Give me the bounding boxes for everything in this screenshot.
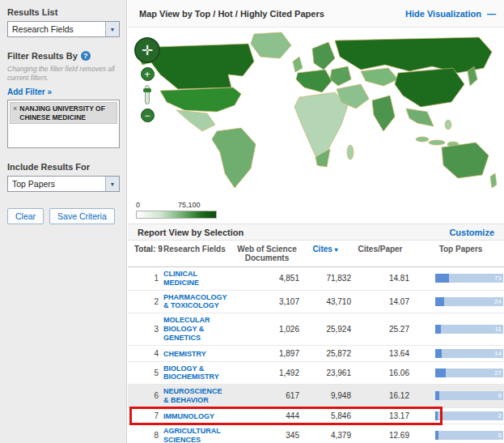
top-papers-bar-fill bbox=[435, 349, 442, 358]
cites-paper-value: 16.06 bbox=[351, 368, 409, 377]
cites-paper-value: 12.69 bbox=[351, 431, 409, 440]
top-papers-bar: 24 bbox=[435, 297, 503, 306]
remove-filter-icon[interactable]: × bbox=[13, 104, 17, 113]
field-link[interactable]: MOLECULAR BIOLOGY & GENETICS bbox=[163, 316, 228, 342]
top-papers-count: 5 bbox=[498, 431, 502, 440]
cites-paper-value: 25.27 bbox=[351, 325, 409, 334]
table-row-immunology[interactable]: 7 IMMUNOLOGY 444 5,846 13.17 2 bbox=[128, 408, 504, 424]
include-results-value: Top Papers bbox=[12, 179, 55, 189]
docs-value: 3,107 bbox=[235, 297, 299, 306]
top-papers-count: 73 bbox=[494, 274, 502, 283]
top-papers-bar-fill bbox=[435, 391, 439, 400]
filter-chip-label: NANJING UNIVERSITY OF CHINESE MEDICINE bbox=[19, 104, 114, 121]
column-header-cites-paper[interactable]: Cites/Paper bbox=[351, 245, 409, 253]
top-papers-bar-fill bbox=[435, 325, 441, 334]
table-row[interactable]: 1 CLINICAL MEDICINE 4,851 71,832 14.81 7… bbox=[128, 267, 504, 291]
save-criteria-button[interactable]: Save Criteria bbox=[49, 208, 115, 224]
hide-visualization-label: Hide Visualization bbox=[405, 9, 481, 19]
table-row[interactable]: 3 MOLECULAR BIOLOGY & GENETICS 1,026 25,… bbox=[128, 313, 504, 345]
column-header-documents-line2: Documents bbox=[235, 253, 299, 262]
report-title: Report View by Selection bbox=[138, 228, 244, 237]
results-list-select[interactable]: Research Fields ▼ bbox=[7, 21, 120, 37]
top-papers-cell: 5 bbox=[409, 431, 503, 440]
sidebar: Results List Research Fields ▼ Filter Re… bbox=[0, 0, 127, 443]
top-papers-bar: 5 bbox=[435, 431, 503, 440]
filter-chip[interactable]: × NANJING UNIVERSITY OF CHINESE MEDICINE bbox=[10, 102, 117, 124]
collapse-icon: — bbox=[487, 9, 496, 19]
row-rank: 8 bbox=[134, 431, 163, 440]
cites-value: 5,846 bbox=[299, 411, 351, 420]
top-papers-count: 27 bbox=[494, 368, 502, 377]
row-rank: 2 bbox=[134, 297, 163, 306]
field-link[interactable]: CLINICAL MEDICINE bbox=[163, 270, 228, 288]
cites-paper-value: 14.07 bbox=[351, 297, 409, 306]
row-rank: 5 bbox=[134, 368, 163, 377]
legend-gradient-bar bbox=[136, 211, 217, 219]
legend-min-value: 0 bbox=[136, 201, 140, 209]
top-papers-bar-fill bbox=[435, 274, 449, 283]
zoom-in-button[interactable]: + bbox=[141, 67, 155, 81]
table-row[interactable]: 2 PHARMACOLOGY & TOXICOLOGY 3,107 43,710… bbox=[128, 291, 504, 314]
field-link[interactable]: CHEMISTRY bbox=[163, 350, 206, 359]
top-papers-cell: 11 bbox=[409, 325, 503, 334]
clear-button[interactable]: Clear bbox=[7, 208, 44, 224]
top-papers-bar: 11 bbox=[435, 325, 503, 334]
field-link[interactable]: BIOLOGY & BIOCHEMISTRY bbox=[163, 364, 228, 382]
table-row[interactable]: 6 NEUROSCIENCE & BEHAVIOR 617 9,948 16.1… bbox=[128, 385, 504, 408]
top-papers-bar-fill bbox=[435, 411, 438, 420]
cites-value: 25,872 bbox=[299, 349, 351, 358]
docs-value: 1,897 bbox=[235, 349, 299, 358]
include-results-label: Include Results For bbox=[7, 162, 119, 172]
top-papers-cell: 2 bbox=[409, 411, 503, 420]
filter-note: Changing the filter field removes all cu… bbox=[7, 65, 116, 83]
zoom-slider-knob[interactable] bbox=[143, 88, 151, 92]
top-papers-bar-fill bbox=[435, 431, 438, 440]
field-link[interactable]: PHARMACOLOGY & TOXICOLOGY bbox=[163, 293, 228, 311]
chevron-down-icon: ▼ bbox=[105, 177, 119, 191]
map-title: Map View by Top / Hot / Highly Cited Pap… bbox=[139, 9, 324, 19]
table-header-row: Total: 9 Research Fields Web of Science … bbox=[128, 241, 504, 267]
top-papers-count: 6 bbox=[498, 391, 502, 400]
cites-value: 23,961 bbox=[299, 368, 351, 377]
field-link[interactable]: IMMUNOLOGY bbox=[163, 412, 214, 421]
row-rank: 7 bbox=[134, 411, 163, 420]
add-filter-link[interactable]: Add Filter » bbox=[7, 87, 52, 96]
help-icon[interactable]: ? bbox=[81, 51, 91, 61]
docs-value: 345 bbox=[235, 431, 299, 440]
map-controls: ✛ + − bbox=[134, 37, 160, 122]
top-papers-cell: 24 bbox=[409, 297, 503, 306]
include-results-select[interactable]: Top Papers ▼ bbox=[7, 176, 120, 192]
map-visualization-area: ✛ + − bbox=[128, 28, 504, 199]
top-papers-cell: 73 bbox=[409, 274, 503, 283]
world-map[interactable] bbox=[131, 29, 497, 201]
column-header-cites[interactable]: Cites ▾ bbox=[299, 245, 351, 253]
filter-results-label: Filter Results By bbox=[7, 51, 78, 61]
sort-desc-icon: ▾ bbox=[335, 246, 338, 253]
table-row[interactable]: 8 AGRICULTURAL SCIENCES 345 4,379 12.69 … bbox=[128, 424, 504, 443]
table-row[interactable]: 4 CHEMISTRY 1,897 25,872 13.64 14 bbox=[128, 346, 504, 362]
field-link[interactable]: NEUROSCIENCE & BEHAVIOR bbox=[163, 387, 228, 405]
cites-paper-value: 16.12 bbox=[351, 391, 409, 400]
zoom-out-button[interactable]: − bbox=[141, 109, 155, 122]
column-header-top-papers[interactable]: Top Papers bbox=[409, 245, 501, 253]
table-row[interactable]: 5 BIOLOGY & BIOCHEMISTRY 1,492 23,961 16… bbox=[128, 362, 504, 385]
filter-results-header: Filter Results By ? bbox=[7, 51, 119, 61]
top-papers-cell: 27 bbox=[409, 368, 503, 377]
map-header: Map View by Top / Hot / Highly Cited Pap… bbox=[128, 0, 504, 28]
column-header-documents[interactable]: Web of Science Documents bbox=[235, 245, 299, 262]
top-papers-cell: 14 bbox=[409, 349, 503, 358]
field-link[interactable]: AGRICULTURAL SCIENCES bbox=[163, 427, 228, 443]
top-papers-count: 24 bbox=[494, 297, 502, 306]
report-header: Report View by Selection Customize bbox=[128, 224, 504, 241]
customize-link[interactable]: Customize bbox=[449, 228, 494, 237]
cites-paper-value: 13.64 bbox=[351, 349, 409, 358]
top-papers-bar: 14 bbox=[435, 349, 503, 358]
column-header-cites-label: Cites bbox=[312, 245, 332, 253]
pan-control[interactable]: ✛ bbox=[134, 37, 160, 63]
zoom-slider[interactable] bbox=[145, 85, 150, 104]
chevron-down-icon: ▼ bbox=[105, 22, 119, 36]
column-header-documents-line1: Web of Science bbox=[235, 245, 299, 253]
top-papers-count: 2 bbox=[498, 411, 502, 420]
esi-app: Results List Research Fields ▼ Filter Re… bbox=[0, 0, 504, 443]
hide-visualization-link[interactable]: Hide Visualization — bbox=[405, 9, 496, 19]
